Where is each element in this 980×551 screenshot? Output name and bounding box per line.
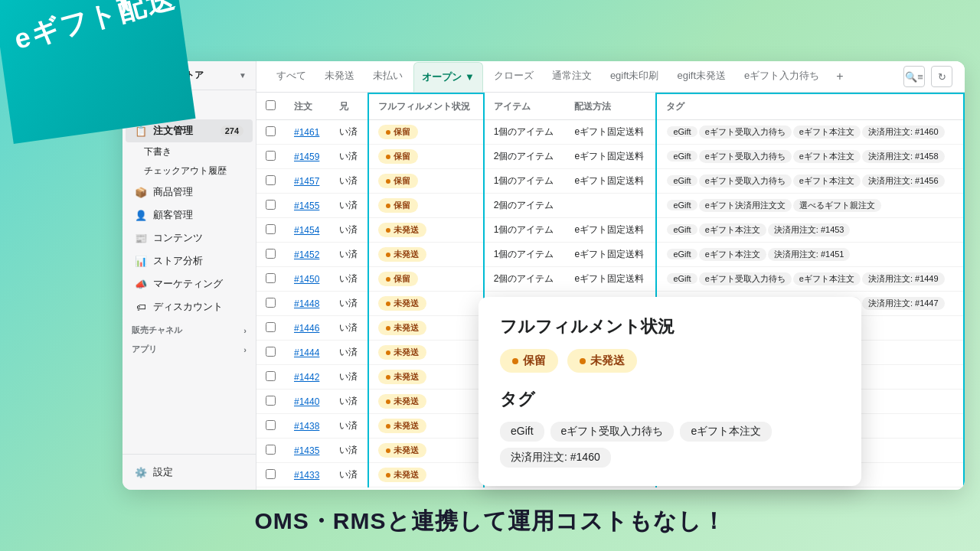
badge-dot [386,277,390,282]
fulfillment-status: 保留 [368,267,483,292]
tag: eギフト本注文 [699,248,766,261]
row-checkbox[interactable] [266,200,276,210]
row-checkbox[interactable] [266,371,276,381]
refresh-button[interactable]: ↻ [931,66,952,87]
row-checkbox-cell [256,267,285,292]
fulfillment-header: フルフィルメント状況 [368,93,483,120]
order-number[interactable]: #1452 [285,243,330,267]
tab-egift-waiting[interactable]: eギフト入力待ち [737,61,827,92]
chevron-down-icon: ▼ [465,71,475,83]
tags: eGifteギフト受取入力待ちeギフト本注文決済用注文: #1458 [656,145,964,169]
fulfillment-badge: 未発送 [378,468,426,482]
order-number[interactable]: #1433 [285,463,330,487]
sidebar-item-customers[interactable]: 👤 顧客管理 [126,204,253,227]
tags: eGifteギフト受取入力待ちeギフト本注文決済用注文: #1460 [656,120,964,145]
sidebar-item-draft[interactable]: 下書き [122,142,256,161]
row-checkbox-cell [256,390,285,414]
order-number[interactable]: #1461 [285,120,330,145]
row-checkbox[interactable] [266,469,276,479]
chevron-right-icon: › [243,326,247,335]
row-checkbox[interactable] [266,445,276,455]
order-number[interactable]: #1455 [285,194,330,218]
row-checkbox[interactable] [266,273,276,283]
sidebar-item-products[interactable]: 📦 商品管理 [126,181,253,204]
tag: eGift [667,126,697,137]
sidebar-item-marketing[interactable]: 📣 マーケティング [126,272,253,295]
table-row[interactable]: #1452 い済 未発送 1個のアイテム eギフト固定送料 eGifteギフト本… [256,243,964,267]
tab-egift-unprinted[interactable]: egift未印刷 [603,61,667,92]
tab-normal[interactable]: 通常注文 [544,61,599,92]
row-checkbox-cell [256,463,285,487]
row-checkbox-cell [256,439,285,463]
sidebar-item-label: 顧客管理 [153,208,193,222]
badge-dot [386,399,390,404]
sidebar-item-label: 下書き [144,145,172,158]
order-number[interactable]: #1457 [285,169,330,194]
order-number[interactable]: #1448 [285,292,330,316]
row-checkbox[interactable] [266,298,276,308]
sidebar-item-label: チェックアウト履歴 [144,165,227,178]
tag: eGift [667,151,697,161]
row-checkbox[interactable] [266,175,276,185]
fulfillment-status: 未発送 [368,218,483,243]
discounts-icon: 🏷 [135,301,147,313]
tab-egift-unsent[interactable]: egift未発送 [669,61,733,92]
tab-open[interactable]: オープン ▼ [413,62,483,92]
shipping-method: eギフト固定送料 [565,218,656,243]
tags: eGifteギフト本注文決済用注文: #1453 [656,218,964,243]
row-checkbox[interactable] [266,347,276,357]
table-row[interactable]: #1455 い済 保留 2個のアイテム eGifteギフト決済用注文文選べるギフ… [256,194,964,218]
sidebar-item-settings[interactable]: ⚙️ 設定 [126,461,253,484]
order-number[interactable]: #1446 [285,316,330,341]
order-number[interactable]: #1444 [285,341,330,365]
tooltip-badge-hold: 保留 [500,349,558,373]
sidebar-item-checkout[interactable]: チェックアウト履歴 [122,161,256,181]
sidebar-item-analytics[interactable]: 📊 ストア分析 [126,249,253,272]
tabs-right: 🔍≡ ↻ [903,66,952,87]
tag: eギフト受取入力待ち [699,126,792,139]
items-header: アイテム [484,93,566,120]
tab-closed[interactable]: クローズ [486,61,541,92]
order-number[interactable]: #1459 [285,145,330,169]
fulfillment-badge: 未発送 [378,321,426,335]
badge-dot [386,155,390,159]
row-checkbox[interactable] [266,420,276,430]
order-number[interactable]: #1440 [285,390,330,414]
select-all-checkbox[interactable] [266,100,276,110]
table-row[interactable]: #1454 い済 未発送 1個のアイテム eギフト固定送料 eGifteギフト本… [256,218,964,243]
payment-status: い済 [330,390,368,414]
tab-unfulfilled[interactable]: 未発送 [317,61,362,92]
sidebar-item-discounts[interactable]: 🏷 ディスカウント [126,295,253,318]
order-number[interactable]: #1442 [285,365,330,390]
order-number[interactable]: #1450 [285,267,330,292]
row-checkbox[interactable] [266,396,276,406]
fulfillment-badge: 保留 [378,272,418,286]
order-number[interactable]: #1454 [285,218,330,243]
row-checkbox[interactable] [266,151,276,161]
search-filter-button[interactable]: 🔍≡ [903,66,925,87]
tag: 決済用注文: #1449 [862,272,945,285]
items: 2個のアイテム [484,267,566,292]
sidebar-item-content[interactable]: 📰 コンテンツ [126,227,253,249]
table-row[interactable]: #1461 い済 保留 1個のアイテム eギフト固定送料 eGifteギフト受取… [256,120,964,145]
content-icon: 📰 [135,232,147,244]
row-checkbox[interactable] [266,322,276,332]
row-checkbox[interactable] [266,126,276,136]
tab-unpaid[interactable]: 未払い [365,61,410,92]
fulfillment-badge: 未発送 [378,345,426,360]
payment-status: い済 [330,292,368,316]
tag: eGift [667,224,697,235]
tag: 決済用注文: #1460 [862,126,945,139]
tab-all[interactable]: すべて [269,61,314,92]
table-row[interactable]: #1457 い済 保留 1個のアイテム eギフト固定送料 eGifteギフト受取… [256,169,964,194]
order-number[interactable]: #1435 [285,439,330,463]
tag: 決済用注文: #1458 [862,150,945,163]
table-row[interactable]: #1459 い済 保留 2個のアイテム eギフト固定送料 eGifteギフト受取… [256,145,964,169]
row-checkbox[interactable] [266,249,276,259]
order-number[interactable]: #1438 [285,414,330,439]
shipping-method: eギフト固定送料 [565,267,656,292]
bottom-text: OMS・RMSと連携して運用コストもなし！ [0,506,980,537]
row-checkbox[interactable] [266,224,276,234]
tab-add-button[interactable]: + [830,65,849,88]
table-row[interactable]: #1450 い済 保留 2個のアイテム eギフト固定送料 eGifteギフト受取… [256,267,964,292]
